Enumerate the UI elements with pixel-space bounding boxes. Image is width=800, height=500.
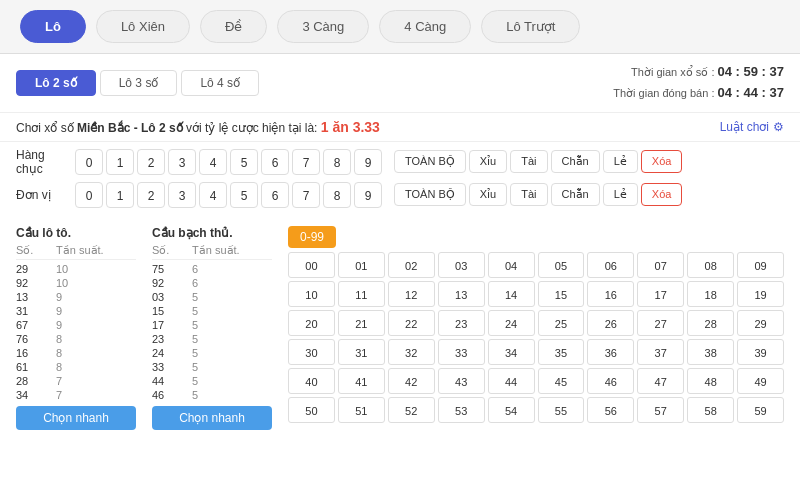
sub-tab-lo3so[interactable]: Lô 3 số (100, 70, 178, 96)
grid-num-btn-42[interactable]: 42 (388, 368, 435, 394)
num-btn-1-row1[interactable]: 1 (106, 182, 134, 208)
action-btn-tài-row0[interactable]: Tài (510, 150, 547, 173)
grid-num-btn-29[interactable]: 29 (737, 310, 784, 336)
grid-num-btn-10[interactable]: 10 (288, 281, 335, 307)
range-btn[interactable]: 0-99 (288, 226, 336, 248)
grid-num-btn-22[interactable]: 22 (388, 310, 435, 336)
grid-num-btn-21[interactable]: 21 (338, 310, 385, 336)
grid-num-btn-14[interactable]: 14 (488, 281, 535, 307)
num-btn-6-row1[interactable]: 6 (261, 182, 289, 208)
action-btn-xỉu-row1[interactable]: Xỉu (469, 183, 507, 206)
grid-num-btn-16[interactable]: 16 (587, 281, 634, 307)
grid-num-btn-01[interactable]: 01 (338, 252, 385, 278)
grid-num-btn-08[interactable]: 08 (687, 252, 734, 278)
grid-num-btn-11[interactable]: 11 (338, 281, 385, 307)
num-btn-4-row0[interactable]: 4 (199, 149, 227, 175)
action-btn-xỉu-row0[interactable]: Xỉu (469, 150, 507, 173)
num-btn-6-row0[interactable]: 6 (261, 149, 289, 175)
grid-num-btn-46[interactable]: 46 (587, 368, 634, 394)
num-btn-7-row1[interactable]: 7 (292, 182, 320, 208)
num-btn-4-row1[interactable]: 4 (199, 182, 227, 208)
grid-num-btn-34[interactable]: 34 (488, 339, 535, 365)
grid-num-btn-25[interactable]: 25 (538, 310, 585, 336)
num-btn-8-row1[interactable]: 8 (323, 182, 351, 208)
grid-num-btn-03[interactable]: 03 (438, 252, 485, 278)
num-btn-3-row0[interactable]: 3 (168, 149, 196, 175)
action-btn-lẻ-row1[interactable]: Lẻ (603, 183, 638, 206)
grid-num-btn-36[interactable]: 36 (587, 339, 634, 365)
grid-num-btn-49[interactable]: 49 (737, 368, 784, 394)
grid-num-btn-04[interactable]: 04 (488, 252, 535, 278)
nav-tab-lo[interactable]: Lô (20, 10, 86, 43)
num-btn-0-row0[interactable]: 0 (75, 149, 103, 175)
nav-tab-3-cang[interactable]: 3 Càng (277, 10, 369, 43)
grid-num-btn-18[interactable]: 18 (687, 281, 734, 307)
grid-num-btn-15[interactable]: 15 (538, 281, 585, 307)
chon-nhanh-lo-to-btn[interactable]: Chọn nhanh (16, 406, 136, 430)
grid-num-btn-28[interactable]: 28 (687, 310, 734, 336)
grid-num-btn-53[interactable]: 53 (438, 397, 485, 423)
grid-num-btn-59[interactable]: 59 (737, 397, 784, 423)
grid-num-btn-30[interactable]: 30 (288, 339, 335, 365)
grid-num-btn-57[interactable]: 57 (637, 397, 684, 423)
action-btn-tài-row1[interactable]: Tài (510, 183, 547, 206)
grid-num-btn-23[interactable]: 23 (438, 310, 485, 336)
num-btn-3-row1[interactable]: 3 (168, 182, 196, 208)
grid-num-btn-00[interactable]: 00 (288, 252, 335, 278)
grid-num-btn-06[interactable]: 06 (587, 252, 634, 278)
grid-num-btn-20[interactable]: 20 (288, 310, 335, 336)
num-btn-8-row0[interactable]: 8 (323, 149, 351, 175)
grid-num-btn-35[interactable]: 35 (538, 339, 585, 365)
grid-num-btn-47[interactable]: 47 (637, 368, 684, 394)
luat-choi-btn[interactable]: Luật chơi ⚙ (720, 120, 784, 134)
grid-num-btn-39[interactable]: 39 (737, 339, 784, 365)
nav-tab-lo-truot[interactable]: Lô Trượt (481, 10, 580, 43)
nav-tab-4-cang[interactable]: 4 Càng (379, 10, 471, 43)
action-btn-chẵn-row0[interactable]: Chẵn (551, 150, 600, 173)
grid-num-btn-19[interactable]: 19 (737, 281, 784, 307)
grid-num-btn-17[interactable]: 17 (637, 281, 684, 307)
grid-num-btn-37[interactable]: 37 (637, 339, 684, 365)
grid-num-btn-33[interactable]: 33 (438, 339, 485, 365)
grid-num-btn-58[interactable]: 58 (687, 397, 734, 423)
num-btn-1-row0[interactable]: 1 (106, 149, 134, 175)
action-btn-chẵn-row1[interactable]: Chẵn (551, 183, 600, 206)
action-btn-toàn-bộ-row1[interactable]: TOÀN BỘ (394, 183, 466, 206)
grid-num-btn-09[interactable]: 09 (737, 252, 784, 278)
grid-num-btn-13[interactable]: 13 (438, 281, 485, 307)
grid-num-btn-05[interactable]: 05 (538, 252, 585, 278)
grid-num-btn-12[interactable]: 12 (388, 281, 435, 307)
nav-tab-lo-xien[interactable]: Lô Xiên (96, 10, 190, 43)
num-btn-5-row1[interactable]: 5 (230, 182, 258, 208)
grid-num-btn-54[interactable]: 54 (488, 397, 535, 423)
chon-nhanh-bach-thu-btn[interactable]: Chọn nhanh (152, 406, 272, 430)
num-btn-7-row0[interactable]: 7 (292, 149, 320, 175)
grid-num-btn-41[interactable]: 41 (338, 368, 385, 394)
grid-num-btn-07[interactable]: 07 (637, 252, 684, 278)
grid-num-btn-48[interactable]: 48 (687, 368, 734, 394)
action-btn-xóa-row1[interactable]: Xóa (641, 183, 683, 206)
grid-num-btn-56[interactable]: 56 (587, 397, 634, 423)
grid-num-btn-32[interactable]: 32 (388, 339, 435, 365)
grid-num-btn-27[interactable]: 27 (637, 310, 684, 336)
grid-num-btn-55[interactable]: 55 (538, 397, 585, 423)
grid-num-btn-02[interactable]: 02 (388, 252, 435, 278)
grid-num-btn-26[interactable]: 26 (587, 310, 634, 336)
grid-num-btn-24[interactable]: 24 (488, 310, 535, 336)
num-btn-2-row0[interactable]: 2 (137, 149, 165, 175)
action-btn-xóa-row0[interactable]: Xóa (641, 150, 683, 173)
grid-num-btn-45[interactable]: 45 (538, 368, 585, 394)
grid-num-btn-51[interactable]: 51 (338, 397, 385, 423)
nav-tab-de[interactable]: Đề (200, 10, 267, 43)
grid-num-btn-40[interactable]: 40 (288, 368, 335, 394)
grid-num-btn-52[interactable]: 52 (388, 397, 435, 423)
action-btn-lẻ-row0[interactable]: Lẻ (603, 150, 638, 173)
action-btn-toàn-bộ-row0[interactable]: TOÀN BỘ (394, 150, 466, 173)
grid-num-btn-43[interactable]: 43 (438, 368, 485, 394)
grid-num-btn-50[interactable]: 50 (288, 397, 335, 423)
grid-num-btn-31[interactable]: 31 (338, 339, 385, 365)
num-btn-5-row0[interactable]: 5 (230, 149, 258, 175)
num-btn-9-row1[interactable]: 9 (354, 182, 382, 208)
num-btn-9-row0[interactable]: 9 (354, 149, 382, 175)
sub-tab-lo4so[interactable]: Lô 4 số (181, 70, 259, 96)
